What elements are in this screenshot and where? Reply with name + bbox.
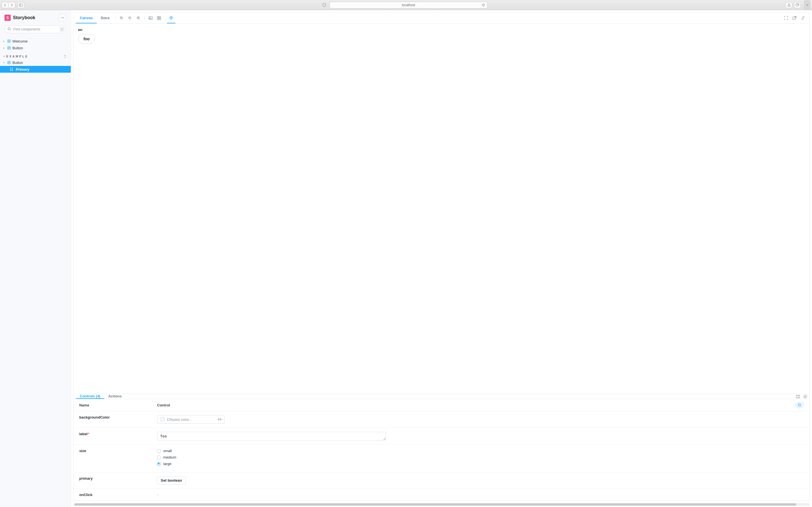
collapse-icon[interactable]: [63, 55, 67, 58]
copy-link-button[interactable]: [799, 13, 807, 23]
addons-panel: Controls (4) Actions Name Control backgr…: [73, 394, 810, 501]
nav-back-button[interactable]: [2, 2, 8, 8]
svg-rect-0: [19, 4, 22, 6]
preview-button[interactable]: foo: [78, 34, 95, 44]
new-tab-button[interactable]: +: [804, 0, 810, 10]
svg-rect-37: [793, 17, 795, 19]
col-header-name: Name: [79, 403, 157, 407]
share-button[interactable]: [785, 2, 792, 8]
url-text: localhost: [402, 3, 415, 7]
radio-medium[interactable]: [157, 455, 161, 459]
story-label: Primary: [16, 67, 29, 71]
set-boolean-button[interactable]: Set boolean: [157, 476, 186, 485]
radio-label: medium: [163, 455, 176, 459]
sidebar-toggle-button[interactable]: [17, 2, 24, 8]
svg-point-28: [137, 17, 139, 19]
sidebar-section-example[interactable]: ▾ EXAMPLE: [0, 51, 71, 59]
canvas-area: en foo: [73, 24, 810, 394]
fullscreen-button[interactable]: [782, 13, 790, 23]
grid-button[interactable]: [155, 13, 163, 23]
url-bar[interactable]: localhost: [329, 2, 488, 8]
button-label: Set boolean: [161, 478, 182, 483]
panel-close-button[interactable]: [803, 395, 807, 399]
locale-button[interactable]: [167, 13, 175, 23]
addon-tab-controls[interactable]: Controls (4): [76, 394, 104, 399]
svg-rect-20: [9, 63, 10, 64]
sidebar-story-primary[interactable]: Primary: [0, 66, 71, 73]
svg-rect-3: [796, 4, 799, 6]
col-header-control: Control: [157, 403, 170, 407]
label-input[interactable]: [157, 432, 386, 441]
control-row-onclick: onClick -: [73, 489, 809, 501]
preview-toolbar: Canvas Docs: [73, 12, 810, 24]
radio-large[interactable]: [157, 462, 161, 466]
search-input[interactable]: [4, 25, 66, 33]
color-format-toggle-icon[interactable]: <>: [218, 417, 221, 421]
sidebar-menu-button[interactable]: [59, 14, 66, 21]
storybook-logo-icon: S: [4, 15, 11, 21]
zoom-reset-button[interactable]: [134, 13, 143, 23]
svg-rect-13: [8, 47, 9, 48]
horizontal-scrollbar[interactable]: [73, 503, 810, 506]
tab-docs[interactable]: Docs: [97, 13, 114, 23]
radio-option-large[interactable]: large: [157, 462, 176, 466]
svg-rect-9: [8, 40, 9, 41]
browser-chrome: localhost +: [0, 0, 812, 10]
caret-down-icon: ▾: [3, 55, 6, 58]
color-swatch-icon: [160, 417, 165, 421]
privacy-shield-icon[interactable]: [322, 3, 326, 7]
svg-rect-34: [157, 18, 159, 20]
svg-rect-15: [8, 48, 9, 49]
radio-label: large: [163, 462, 171, 466]
radio-option-medium[interactable]: medium: [157, 455, 176, 459]
svg-rect-14: [9, 47, 10, 48]
svg-rect-38: [796, 395, 800, 398]
radio-small[interactable]: [157, 449, 161, 453]
bookmark-icon: [10, 68, 13, 71]
color-picker-button[interactable]: Choose color... <>: [157, 415, 225, 424]
control-row-size: size small medium large: [73, 445, 809, 472]
color-placeholder: Choose color...: [167, 417, 192, 421]
preview-button-label: foo: [84, 37, 90, 41]
svg-rect-33: [159, 16, 161, 18]
caret-down-icon: ▾: [3, 61, 6, 64]
required-asterisk: *: [88, 432, 89, 436]
svg-rect-32: [157, 16, 159, 18]
tab-label: Controls (4): [80, 394, 100, 398]
svg-rect-19: [8, 63, 9, 64]
open-new-tab-button[interactable]: [790, 13, 799, 23]
component-icon: [7, 40, 11, 43]
search-icon: [7, 27, 11, 31]
tab-label: Canvas: [80, 16, 93, 20]
svg-point-5: [62, 17, 63, 18]
component-icon: [7, 61, 11, 64]
panel-orientation-button[interactable]: [796, 395, 800, 399]
sidebar-item-label: Welcome: [12, 39, 28, 43]
nav-forward-button[interactable]: [8, 2, 15, 8]
sidebar-item-button-root[interactable]: ▸ Button: [0, 45, 71, 51]
control-row-primary: primary Set boolean: [73, 472, 809, 489]
control-name: onClick: [79, 493, 157, 497]
caret-icon: ▸: [3, 40, 6, 43]
tab-label: Docs: [101, 16, 110, 20]
reload-icon[interactable]: [481, 3, 485, 7]
reset-controls-button[interactable]: [795, 402, 804, 408]
section-title: EXAMPLE: [6, 55, 29, 58]
addon-tab-actions[interactable]: Actions: [104, 394, 126, 399]
sidebar-item-button[interactable]: ▾ Button: [0, 59, 71, 66]
tab-canvas[interactable]: Canvas: [76, 13, 97, 23]
nav-tree: ▸ Welcome ▸ Button ▾ EXAMPLE ▾ Button: [0, 37, 71, 73]
svg-line-26: [131, 18, 132, 19]
background-button[interactable]: [146, 13, 155, 23]
radio-option-small[interactable]: small: [157, 449, 176, 453]
zoom-out-button[interactable]: [126, 13, 134, 23]
tabs-button[interactable]: [794, 2, 801, 8]
search-field[interactable]: /: [4, 25, 66, 33]
zoom-in-button[interactable]: [117, 13, 126, 23]
svg-point-31: [150, 17, 151, 18]
caret-icon: ▸: [3, 47, 6, 49]
sidebar: S Storybook / ▸ Welcome ▸ Button ▾ EXAMP…: [0, 10, 71, 507]
controls-header-row: Name Control: [73, 399, 809, 411]
brand-title: Storybook: [13, 15, 35, 20]
sidebar-item-welcome[interactable]: ▸ Welcome: [0, 38, 71, 45]
